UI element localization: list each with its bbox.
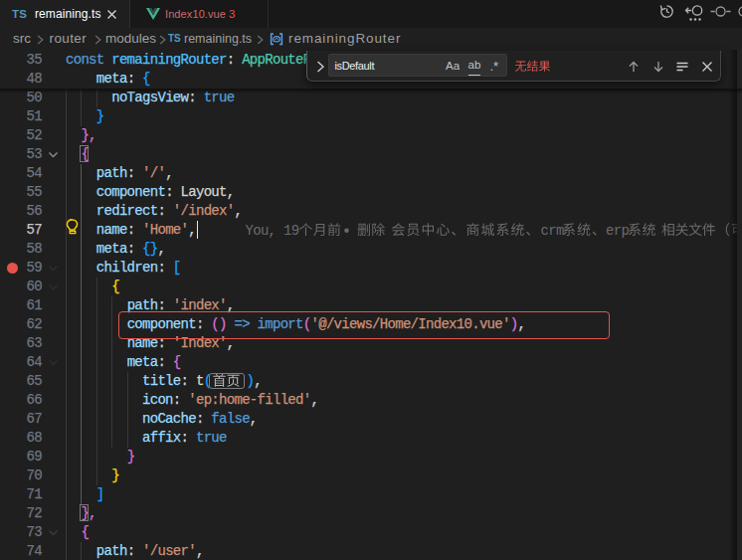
svg-text:You, 19: You, 19 (246, 223, 299, 239)
svg-text:erp: erp (606, 223, 629, 239)
svg-text:crm: crm (541, 223, 564, 239)
